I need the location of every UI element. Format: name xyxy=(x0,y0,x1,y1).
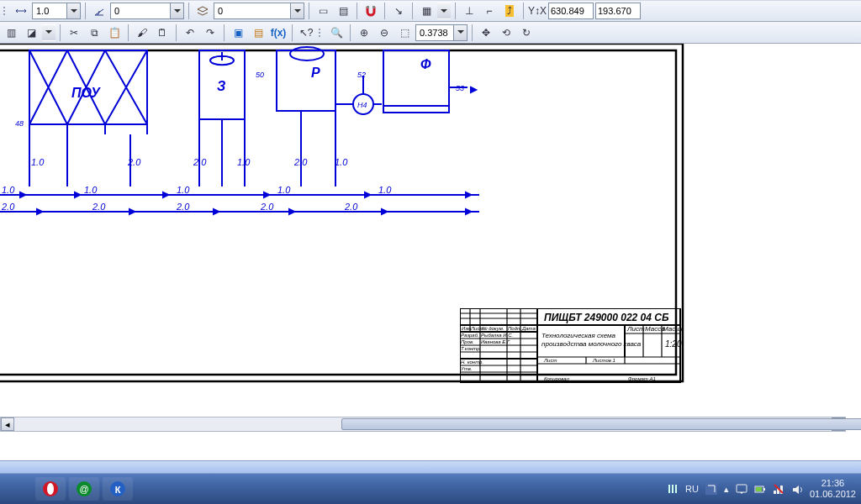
svg-rect-80 xyxy=(737,485,747,492)
ortho-icon[interactable]: ⊥ xyxy=(460,2,478,20)
grid-dropdown-button[interactable] xyxy=(437,3,451,18)
zoom-input[interactable] xyxy=(416,25,453,40)
doc-manager-icon[interactable]: ▣ xyxy=(229,24,247,42)
properties-icon[interactable]: 🗒 xyxy=(153,24,172,42)
pan-icon[interactable]: ✥ xyxy=(477,24,495,42)
svg-text:1.0: 1.0 xyxy=(31,157,45,167)
tray-lang[interactable]: RU xyxy=(685,484,699,494)
layers-icon[interactable] xyxy=(193,2,212,20)
angle-input[interactable] xyxy=(111,3,170,18)
tray-battery-icon[interactable] xyxy=(754,483,766,495)
tray-date: 01.06.2012 xyxy=(810,489,856,500)
svg-text:Листов  1: Листов 1 xyxy=(592,358,615,363)
num-50: 50 xyxy=(256,71,264,79)
zoom-prev-icon[interactable]: ⟲ xyxy=(497,24,515,42)
step-dropdown-button[interactable] xyxy=(66,3,80,18)
svg-text:2.0: 2.0 xyxy=(92,202,106,212)
select-dropdown[interactable] xyxy=(42,24,55,41)
svg-text:Рыбалка И.С.: Рыбалка И.С. xyxy=(481,333,513,338)
tray-action-center-icon[interactable] xyxy=(736,483,747,495)
zoom-fit-icon[interactable]: 🔍 xyxy=(327,24,346,42)
scroll-thumb[interactable] xyxy=(341,418,861,430)
coord-y-field[interactable]: 193.670 xyxy=(595,3,641,19)
zoom-window-icon[interactable]: ⬚ xyxy=(395,24,414,42)
canvas[interactable]: ПОУ З Р Ф Н4 48 50 52 53 xyxy=(0,44,861,504)
coord-x-field[interactable]: 630.849 xyxy=(548,3,594,19)
angle-combo[interactable] xyxy=(110,3,184,19)
tray-volume-icon[interactable] xyxy=(791,483,803,495)
layer-input[interactable] xyxy=(214,3,290,18)
spec-icon[interactable]: ▤ xyxy=(249,24,267,42)
step-input[interactable] xyxy=(33,3,66,18)
rounding-icon[interactable]: ⤴ xyxy=(500,2,519,20)
snap-endpoint-icon[interactable]: ↘ xyxy=(389,2,408,20)
snap-magnet-icon[interactable] xyxy=(362,2,380,20)
svg-text:ПИЩБТ 249000 022 04 СБ: ПИЩБТ 249000 022 04 СБ xyxy=(544,312,669,323)
toolbar-2: ▥ ◪ ✂ ⧉ 📋 🖌 🗒 ↶ ↷ ▣ ▤ f(x) ↖? 🔍 ⊕ ⊖ ⬚ ✥ … xyxy=(0,22,861,44)
svg-text:производства молочного кваса: производства молочного кваса xyxy=(541,340,642,348)
redo-icon[interactable]: ↷ xyxy=(201,24,219,42)
copy-props-icon[interactable]: ▥ xyxy=(2,24,20,42)
tray-flag-icon[interactable] xyxy=(705,483,717,495)
zoom-dropdown-button[interactable] xyxy=(453,25,467,40)
variables-icon[interactable]: ▤ xyxy=(334,2,352,20)
zoom-out-icon[interactable]: ⊖ xyxy=(375,24,394,42)
dim-hv-icon[interactable] xyxy=(12,2,30,20)
library-icon[interactable]: ▭ xyxy=(314,2,332,20)
paste-icon[interactable]: 📋 xyxy=(105,24,124,42)
svg-text:Н. контр.: Н. контр. xyxy=(461,360,483,365)
svg-text:Т.контр.: Т.контр. xyxy=(461,346,481,351)
svg-text:Формат   A1: Формат A1 xyxy=(628,376,656,381)
chevron-up-icon[interactable]: ▴ xyxy=(724,484,729,495)
zoom-combo[interactable] xyxy=(415,24,467,41)
svg-text:Подп.: Подп. xyxy=(508,326,521,331)
layer-dropdown-button[interactable] xyxy=(290,3,304,18)
whatsthis-icon[interactable]: ↖? xyxy=(297,24,315,42)
scroll-left-button[interactable]: ◂ xyxy=(1,417,14,431)
zoom-in-icon[interactable]: ⊕ xyxy=(355,24,373,42)
toolbar-1: ▭ ▤ ↘ ▦ ⊥ ⌐ ⤴ Y↕X 630.849 193.670 xyxy=(0,0,861,22)
angle-dropdown-button[interactable] xyxy=(170,3,183,18)
select-similar-icon[interactable]: ◪ xyxy=(22,24,40,42)
svg-rect-78 xyxy=(675,485,677,493)
svg-rect-84 xyxy=(774,491,776,494)
svg-text:Технологическая схема: Технологическая схема xyxy=(541,332,616,339)
drawing-area[interactable]: ПОУ З Р Ф Н4 48 50 52 53 xyxy=(0,44,748,396)
copy-icon[interactable]: ⧉ xyxy=(85,24,103,42)
taskbar-app-mail-agent[interactable]: @ xyxy=(69,477,99,501)
grip-icon xyxy=(319,24,324,42)
svg-text:1.0: 1.0 xyxy=(335,157,348,167)
svg-text:Лист: Лист xyxy=(543,358,557,363)
undo-icon[interactable]: ↶ xyxy=(181,24,199,42)
svg-text:1.0: 1.0 xyxy=(84,185,98,195)
tray-options-icon[interactable] xyxy=(667,483,679,495)
refresh-icon[interactable]: ↻ xyxy=(517,24,536,42)
taskbar-app-kompas[interactable]: К xyxy=(103,477,133,501)
grid-icon[interactable]: ▦ xyxy=(417,2,436,20)
tray-network-icon[interactable] xyxy=(773,483,784,495)
num-52: 52 xyxy=(357,71,366,79)
svg-text:1.0: 1.0 xyxy=(177,185,190,195)
svg-text:2.0: 2.0 xyxy=(193,157,207,167)
tray-clock[interactable]: 21:36 01.06.2012 xyxy=(810,478,856,499)
start-area[interactable] xyxy=(0,474,34,504)
taskbar-app-opera[interactable] xyxy=(35,477,66,501)
svg-text:2.0: 2.0 xyxy=(1,202,15,212)
svg-text:1.0: 1.0 xyxy=(277,185,291,195)
format-paint-icon[interactable]: 🖌 xyxy=(133,24,151,42)
angle-icon[interactable] xyxy=(90,2,108,20)
scroll-track[interactable] xyxy=(14,417,832,431)
svg-rect-5 xyxy=(383,50,449,113)
cut-icon[interactable]: ✂ xyxy=(65,24,83,42)
layer-combo[interactable] xyxy=(214,3,304,19)
label-z: З xyxy=(217,79,225,93)
perp-icon[interactable]: ⌐ xyxy=(480,2,499,20)
h-scrollbar[interactable]: ◂ ▸ xyxy=(0,417,846,432)
step-combo[interactable] xyxy=(32,3,81,19)
svg-text:Лист: Лист xyxy=(626,325,645,333)
fx-icon[interactable]: f(x) xyxy=(269,24,288,42)
svg-text:1:20: 1:20 xyxy=(665,339,682,349)
svg-text:Масштаб: Масштаб xyxy=(663,325,683,333)
select-dropdown-button[interactable] xyxy=(42,25,55,40)
grid-dropdown[interactable] xyxy=(437,3,451,19)
